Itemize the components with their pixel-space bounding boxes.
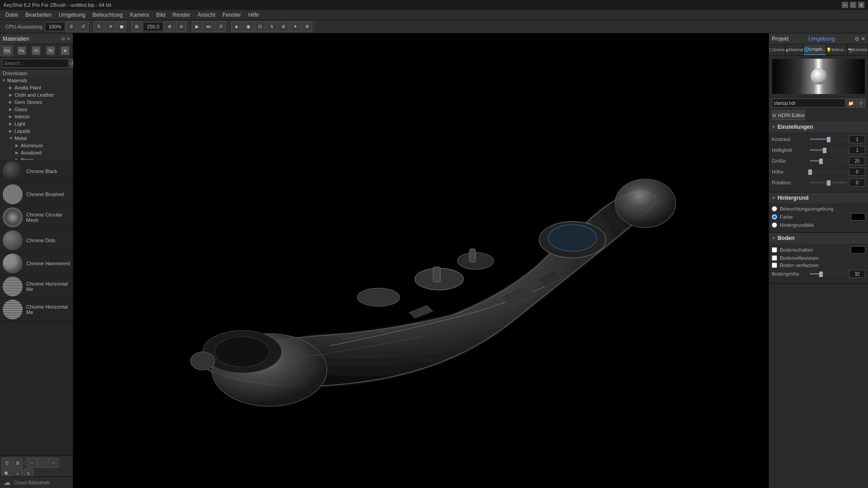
toolbar-extra-btn3[interactable]: ⊡ [255,21,265,32]
toolbar-view-btn1[interactable]: ▶ [192,21,203,32]
hdr-reset-btn[interactable]: ↺ [856,99,865,108]
list-item[interactable]: Chrome Dots [0,229,73,252]
list-item[interactable]: Chrome Circular Mesh [0,206,73,229]
bodenschatten-color-swatch[interactable] [851,246,865,253]
toolbar-render-btn3[interactable]: ◼ [117,21,126,32]
kontrast-value[interactable] [849,135,865,143]
tree-item-liquids[interactable]: ▶ Liquids [0,127,73,135]
bodengroesse-slider-thumb[interactable] [819,272,823,277]
list-item[interactable]: Chrome Horizontal Me [0,298,73,321]
farbe-color-swatch[interactable] [851,213,865,221]
tree-item-gem[interactable]: ▶ Gem Stones [0,99,73,106]
hdr-filename-input[interactable] [772,99,845,108]
view-grid-btn[interactable]: ⊞ [13,458,23,468]
kontrast-slider[interactable] [810,138,847,140]
menu-beleuchtung[interactable]: Beleuchtung [89,11,127,19]
tree-item-axalta[interactable]: ▶ Axalta Paint [0,84,73,91]
panel-float-btn[interactable]: ⧉ [61,36,65,42]
cpu-input[interactable] [45,22,65,31]
material-list[interactable]: Chrome Black Chrome Brushed Chrome Circu… [0,160,73,455]
menu-render[interactable]: Render [169,11,194,19]
hoehe-value[interactable] [849,168,865,176]
rotation-slider[interactable] [810,182,847,183]
toolbar-zoom-btn1[interactable]: ⊕ [164,21,175,32]
bodengroesse-value[interactable] [849,270,865,278]
tab-kamera[interactable]: 📷 Kamera [848,44,868,55]
tree-item-brass[interactable]: ▶ Brass [0,156,73,160]
tab-umgebung[interactable]: 🌐 Umgeb... [804,44,826,55]
toolbar-render-btn2[interactable]: ✕ [105,21,116,32]
rotation-value[interactable] [849,178,865,187]
groesse-slider[interactable] [810,160,847,162]
toolbar-grid-btn[interactable]: ⊞ [131,21,142,32]
panel-close-btn[interactable]: ✕ [66,36,70,42]
toolbar-extra-btn2[interactable]: ◉ [243,21,254,32]
toolbar-extra-btn1[interactable]: ◈ [231,21,242,32]
toolbar-extra-btn5[interactable]: ⊛ [278,21,289,32]
right-panel-float-btn[interactable]: ⧉ [855,36,859,42]
boden-verflachen-checkbox[interactable] [772,263,777,268]
menu-bearbeiten[interactable]: Bearbeiten [22,11,55,19]
tab-material[interactable]: ◈ Material [785,44,804,55]
hdr-browse-btn[interactable]: 📁 [846,99,855,108]
menu-ansicht[interactable]: Ansicht [194,11,219,19]
bodenreflexionen-checkbox[interactable] [772,255,777,261]
tree-item-materials[interactable]: ▼ Materials [0,77,73,84]
boden-header[interactable]: ▼ Boden [769,233,868,244]
toolbar-view-btn3[interactable]: ↺ [215,21,226,32]
toolbar-pause-btn[interactable]: ⏸ [66,21,77,32]
viewport[interactable] [73,33,769,488]
lib-tab-materials[interactable]: Ma [0,44,14,57]
lib-tab-favorites[interactable]: ★ [58,44,72,57]
right-panel-close-btn[interactable]: ✕ [861,36,865,42]
rotation-slider-thumb[interactable] [827,180,830,186]
tree-item-light[interactable]: ▶ Light [0,120,73,127]
toolbar-view-btn2[interactable]: ⏭ [203,21,214,32]
menu-hilfe[interactable]: Hilfe [245,11,263,19]
helligkeit-slider[interactable] [810,149,847,151]
toolbar-refresh-btn[interactable]: ↺ [78,21,89,32]
hoehe-slider[interactable] [810,171,847,173]
tree-item-interior[interactable]: ▶ Interior [0,113,73,120]
material-tree[interactable]: Downloads ▼ Materials ▶ Axalta Paint ▶ C… [0,70,73,160]
list-item[interactable]: Chrome Brushed [0,183,73,206]
lib-tab-textures[interactable]: Te [43,44,58,57]
tree-item-aluminum[interactable]: ▶ Aluminum [0,142,73,149]
groesse-value[interactable] [849,157,865,165]
view-list-btn[interactable]: ☰ [2,458,12,468]
toolbar-render-btn1[interactable]: ↻ [94,21,104,32]
bottom-btn2[interactable]: · [38,458,47,468]
maximize-button[interactable]: □ [850,2,856,8]
tab-scene[interactable]: ⬡ Scene [769,44,785,55]
bottom-btn1[interactable]: ─ [27,458,37,468]
close-button[interactable]: ✕ [858,2,864,8]
bodenschatten-checkbox[interactable] [772,247,777,253]
tab-beleuchtung[interactable]: 💡 Beleuc... [826,44,848,55]
radio-hintergrundbild-input[interactable] [772,222,777,228]
tree-item-anodized[interactable]: ▶ Anodized [0,149,73,156]
lib-tab-colors[interactable]: Fa [14,44,29,57]
radio-beleuchtungsumgebung-input[interactable] [772,206,777,211]
hdri-editor-btn[interactable]: ⊙ HDRI-Editor [772,110,805,120]
groesse-slider-thumb[interactable] [819,159,823,164]
radio-farbe-input[interactable] [772,214,777,220]
menu-umgebung[interactable]: Umgebung [55,11,89,19]
helligkeit-slider-thumb[interactable] [823,148,826,153]
hintergrund-header[interactable]: ▼ Hintergrund [769,192,868,203]
tree-item-glass[interactable]: ▶ Glass [0,106,73,113]
menu-kamera[interactable]: Kamera [127,11,153,19]
search-input[interactable] [2,59,69,68]
toolbar-zoom-btn2[interactable]: ⊘ [176,21,187,32]
menu-datei[interactable]: Datei [2,11,22,19]
toolbar-extra-btn7[interactable]: ⚙ [302,21,312,32]
resolution-input[interactable] [143,22,163,31]
tree-item-cloth[interactable]: ▶ Cloth and Leather [0,91,73,99]
menu-fenster[interactable]: Fenster [219,11,245,19]
toolbar-extra-btn6[interactable]: ✦ [290,21,301,32]
einstellungen-header[interactable]: ▼ Einstellungen [769,122,868,132]
hoehe-slider-thumb[interactable] [808,169,812,175]
lib-tab-backgrounds[interactable]: Hi [29,44,43,57]
tree-item-metal[interactable]: ▼ Metal [0,135,73,142]
minimize-button[interactable]: ─ [842,2,848,8]
bodengroesse-slider[interactable] [810,273,847,275]
